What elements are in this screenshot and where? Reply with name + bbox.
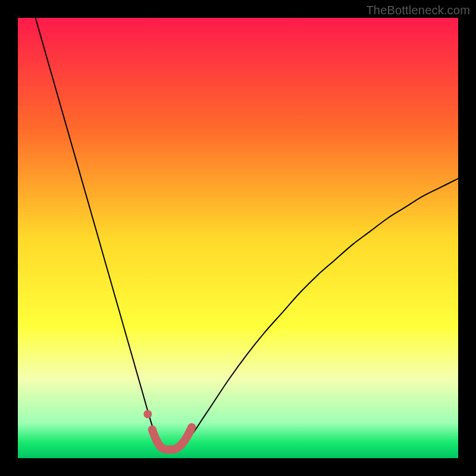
plot-area	[18, 18, 458, 458]
chart-frame: TheBottleneck.com	[0, 0, 476, 476]
gradient-background	[18, 18, 458, 458]
watermark-text: TheBottleneck.com	[366, 4, 470, 17]
chart-svg	[18, 18, 458, 458]
highlight-left-dot	[143, 410, 152, 418]
